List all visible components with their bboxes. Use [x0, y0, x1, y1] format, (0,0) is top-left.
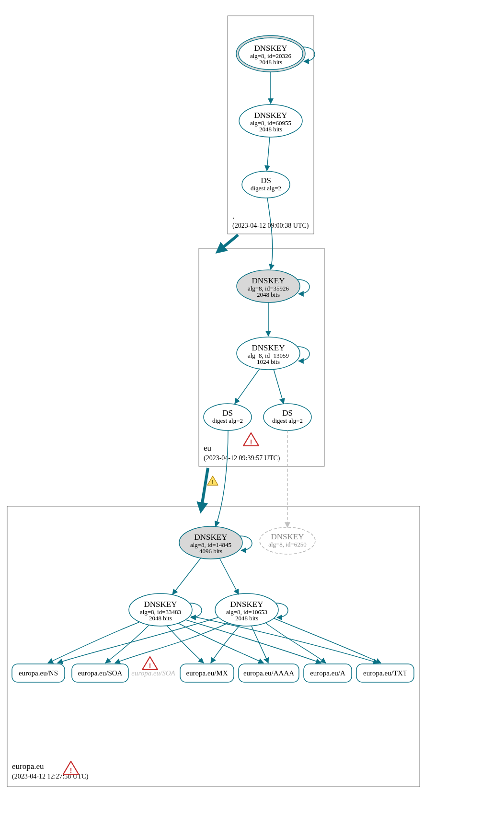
- node-eur-zsk2: DNSKEY alg=8, id=10653 2048 bits: [215, 593, 278, 626]
- node-eu-ksk: DNSKEY alg=8, id=35926 2048 bits: [237, 270, 300, 302]
- svg-text:europa.eu/NS: europa.eu/NS: [19, 669, 58, 677]
- edge-eur-ksk-zsk2: [219, 558, 239, 594]
- svg-text:2048 bits: 2048 bits: [235, 615, 258, 622]
- svg-text:!: !: [212, 479, 214, 486]
- svg-text:digest alg=2: digest alg=2: [272, 417, 303, 424]
- node-eu-ds2: DS digest alg=2: [263, 404, 311, 430]
- zone-eu-label: eu: [204, 443, 212, 453]
- node-eur-ksk: DNSKEY alg=8, id=14845 4096 bits: [179, 526, 242, 559]
- warn-icon-europa-zone: !: [63, 761, 79, 774]
- svg-text:DNSKEY: DNSKEY: [271, 532, 304, 541]
- svg-text:alg=8, id=6250: alg=8, id=6250: [268, 541, 307, 548]
- zone-europa-label: europa.eu: [12, 762, 44, 771]
- warn-icon-soa-grey: !: [142, 657, 158, 670]
- svg-text:!: !: [70, 767, 72, 774]
- svg-text:DNSKEY: DNSKEY: [254, 111, 287, 120]
- svg-text:digest alg=2: digest alg=2: [251, 185, 281, 192]
- svg-text:1024 bits: 1024 bits: [257, 358, 280, 365]
- edge-root-zsk-ds: [267, 137, 270, 171]
- zone-eu-ts: (2023-04-12 09:39:57 UTC): [204, 454, 280, 462]
- edge-eu-europa-deleg: [201, 468, 208, 509]
- edge-eu-zsk-ds1: [235, 369, 260, 404]
- node-eu-ds1: DS digest alg=2: [204, 404, 252, 430]
- edge-zsk2-txt: [274, 618, 381, 663]
- svg-text:!: !: [149, 662, 151, 670]
- edge-zsk2-soa: [115, 623, 228, 663]
- svg-text:DNSKEY: DNSKEY: [230, 600, 263, 609]
- svg-text:!: !: [250, 438, 252, 446]
- svg-text:DNSKEY: DNSKEY: [252, 343, 285, 352]
- svg-text:europa.eu/AAAA: europa.eu/AAAA: [243, 669, 294, 677]
- edge-root-ds-eu-ksk: [267, 198, 273, 269]
- rr-soa-grey: europa.eu/SOA: [131, 669, 175, 677]
- svg-text:DS: DS: [282, 408, 293, 418]
- svg-text:DNSKEY: DNSKEY: [254, 44, 287, 53]
- svg-text:2048 bits: 2048 bits: [257, 291, 280, 298]
- warn-icon-deleg-yellow: !: [207, 476, 218, 486]
- warn-icon-eu-between-ds: !: [243, 433, 259, 446]
- svg-text:4096 bits: 4096 bits: [199, 547, 222, 555]
- svg-text:2048 bits: 2048 bits: [259, 58, 282, 66]
- edge-zsk2-ns: [57, 617, 218, 663]
- svg-text:digest alg=2: digest alg=2: [212, 417, 243, 424]
- edge-eu-ds1-eur-ksk: [216, 430, 228, 526]
- svg-text:DNSKEY: DNSKEY: [252, 276, 285, 285]
- node-eur-zsk1: DNSKEY alg=8, id=33483 2048 bits: [129, 593, 192, 626]
- edge-eu-zsk-ds2: [274, 369, 284, 404]
- svg-text:europa.eu/SOA: europa.eu/SOA: [78, 669, 123, 677]
- edge-zsk2-a: [266, 623, 326, 663]
- node-eu-zsk: DNSKEY alg=8, id=13059 1024 bits: [237, 337, 300, 370]
- svg-text:DNSKEY: DNSKEY: [195, 533, 228, 542]
- zone-root-label: .: [232, 211, 234, 221]
- svg-text:DNSKEY: DNSKEY: [144, 600, 177, 609]
- rr-boxes: europa.eu/NS europa.eu/SOA europa.eu/SOA…: [12, 664, 414, 682]
- svg-text:DS: DS: [222, 408, 233, 418]
- edge-zsk2-mx: [211, 626, 240, 663]
- dnssec-graph: . (2023-04-12 09:00:38 UTC) eu (2023-04-…: [0, 0, 504, 814]
- svg-text:2048 bits: 2048 bits: [149, 615, 172, 622]
- svg-text:europa.eu/MX: europa.eu/MX: [186, 669, 228, 677]
- node-root-ds: DS digest alg=2: [242, 171, 290, 198]
- svg-text:2048 bits: 2048 bits: [259, 126, 282, 133]
- node-root-zsk: DNSKEY alg=8, id=60955 2048 bits: [239, 105, 302, 137]
- svg-text:europa.eu/A: europa.eu/A: [310, 669, 345, 677]
- edge-eur-ksk-zsk1: [172, 558, 201, 594]
- edge-zsk1-soa: [105, 625, 149, 663]
- node-eur-dash: DNSKEY alg=8, id=6250: [260, 527, 315, 554]
- svg-text:DS: DS: [261, 176, 271, 185]
- svg-text:europa.eu/TXT: europa.eu/TXT: [363, 669, 407, 677]
- node-root-ksk: DNSKEY alg=8, id=20326 2048 bits: [236, 35, 305, 72]
- edge-zsk1-ns: [48, 622, 139, 663]
